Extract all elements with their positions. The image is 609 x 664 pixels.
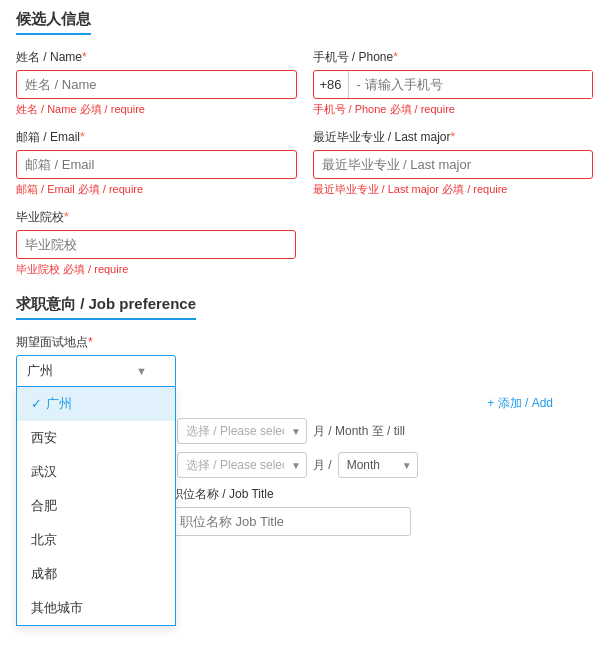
name-phone-row: 姓名 / Name* 姓名 / Name 必填 / require 手机号 / … [16, 49, 593, 117]
location-option-guangzhou[interactable]: 广州 [17, 387, 175, 421]
job-section-header: 求职意向 / Job preference [16, 295, 196, 320]
school-error: 毕业院校 必填 / require [16, 262, 296, 277]
phone-input[interactable] [349, 71, 592, 98]
school-col: 毕业院校* 毕业院校 必填 / require [16, 209, 296, 277]
chevron-down-icon: ▼ [136, 365, 147, 377]
school-row: 毕业院校* 毕业院校 必填 / require [16, 209, 593, 277]
job-title-label: 职位名称 / Job Title [171, 486, 593, 503]
add-experience-link[interactable]: + 添加 / Add [487, 395, 553, 412]
school-label: 毕业院校* [16, 209, 296, 226]
location-option-beijing[interactable]: 北京 [17, 523, 175, 557]
major-label: 最近毕业专业 / Last major* [313, 129, 594, 146]
location-dropdown-list: 广州 西安 武汉 合肥 北京 成都 其他城市 [16, 387, 176, 626]
job-section: 求职意向 / Job preference 期望面试地点* 广州 ▼ 广州 西安… [16, 295, 593, 536]
phone-col: 手机号 / Phone* +86 手机号 / Phone 必填 / requir… [313, 49, 594, 117]
name-label: 姓名 / Name* [16, 49, 297, 66]
name-error: 姓名 / Name 必填 / require [16, 102, 297, 117]
candidate-section: 候选人信息 姓名 / Name* 姓名 / Name 必填 / require … [16, 10, 593, 277]
selected-location-text: 广州 [27, 362, 53, 380]
phone-input-group: +86 [313, 70, 594, 99]
phone-prefix: +86 [314, 71, 349, 98]
phone-label: 手机号 / Phone* [313, 49, 594, 66]
location-label: 期望面试地点* [16, 334, 593, 351]
exp-year-select-1[interactable]: 选择 / Please select [177, 418, 307, 444]
month-label-2: 月 / [313, 457, 332, 474]
phone-error: 手机号 / Phone 必填 / require [313, 102, 594, 117]
exp-year-select-2[interactable]: 选择 / Please select [177, 452, 307, 478]
location-option-hefei[interactable]: 合肥 [17, 489, 175, 523]
location-dropdown-selected[interactable]: 广州 ▼ [16, 355, 176, 387]
major-error: 最近毕业专业 / Last major 必填 / require [313, 182, 594, 197]
email-input[interactable] [16, 150, 297, 179]
location-option-xian[interactable]: 西安 [17, 421, 175, 455]
major-input[interactable] [313, 150, 594, 179]
email-col: 邮箱 / Email* 邮箱 / Email 必填 / require [16, 129, 297, 197]
name-col: 姓名 / Name* 姓名 / Name 必填 / require [16, 49, 297, 117]
email-error: 邮箱 / Email 必填 / require [16, 182, 297, 197]
major-col: 最近毕业专业 / Last major* 最近毕业专业 / Last major… [313, 129, 594, 197]
location-option-chengdu[interactable]: 成都 [17, 557, 175, 591]
month-till-label-1: 月 / Month 至 / till [313, 423, 405, 440]
exp-year-select-1-wrapper: 选择 / Please select ▼ [177, 418, 307, 444]
exp-month-select-wrapper: Month ▼ [338, 452, 418, 478]
job-title-section: 职位名称 / Job Title [171, 486, 593, 536]
exp-year-select-2-wrapper: 选择 / Please select ▼ [177, 452, 307, 478]
job-title-input[interactable] [171, 507, 411, 536]
name-input[interactable] [16, 70, 297, 99]
email-label: 邮箱 / Email* [16, 129, 297, 146]
location-option-other[interactable]: 其他城市 [17, 591, 175, 625]
page-container: 候选人信息 姓名 / Name* 姓名 / Name 必填 / require … [0, 0, 609, 546]
exp-month-select[interactable]: Month [338, 452, 418, 478]
candidate-section-header: 候选人信息 [16, 10, 91, 35]
school-input[interactable] [16, 230, 296, 259]
email-major-row: 邮箱 / Email* 邮箱 / Email 必填 / require 最近毕业… [16, 129, 593, 197]
location-option-wuhan[interactable]: 武汉 [17, 455, 175, 489]
location-dropdown-container: 广州 ▼ 广州 西安 武汉 合肥 北京 成都 其他城市 [16, 355, 176, 387]
